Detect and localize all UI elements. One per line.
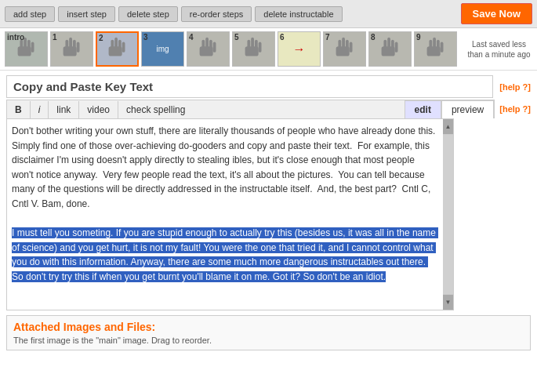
link-button[interactable]: link (49, 101, 79, 118)
hand-icon (376, 34, 405, 64)
video-button[interactable]: video (79, 101, 118, 118)
step-num-6: 6 (280, 33, 285, 42)
steps-row: intro 1 2 img (0, 28, 537, 71)
check-spelling-button[interactable]: check spelling (118, 101, 193, 118)
svg-rect-24 (245, 46, 258, 56)
svg-rect-14 (108, 46, 122, 56)
step-thumb-8[interactable]: 8 (368, 31, 412, 67)
hand-icon (239, 34, 269, 64)
step-thumb-6[interactable]: → 6 (278, 31, 321, 67)
title-help-link[interactable]: [help ?] (499, 82, 531, 92)
step-label-intro: intro (7, 33, 24, 42)
save-now-button[interactable]: Save Now (461, 3, 532, 24)
step-thumb-9[interactable]: 9 (414, 31, 457, 67)
step-thumb-7[interactable]: 7 (323, 31, 366, 67)
svg-rect-33 (394, 42, 397, 52)
attached-title: Attached Images and Files: (13, 321, 524, 333)
step-num-7: 7 (325, 33, 330, 42)
step-num-2: 2 (99, 34, 103, 42)
attached-section: Attached Images and Files: The first ima… (6, 315, 531, 350)
editor-highlighted-text: I must tell you someting. If you are stu… (12, 227, 438, 282)
editor-area-row: Don't bother writing your own stuff, the… (6, 118, 531, 310)
step-num-3: 3 (143, 33, 148, 42)
scrollbar[interactable]: ▲ ▼ (443, 118, 454, 310)
bold-button[interactable]: B (7, 101, 31, 118)
attached-subtitle: The first image is the "main" image. Dra… (13, 336, 524, 345)
scrollbar-down[interactable]: ▼ (443, 294, 453, 310)
svg-rect-9 (63, 46, 76, 56)
svg-rect-19 (199, 46, 212, 56)
svg-rect-39 (426, 46, 440, 56)
format-toolbar: B i link video check spelling edit previ… (6, 100, 495, 118)
hand-icon (421, 34, 451, 64)
format-toolbar-wrapper: B i link video check spelling edit previ… (6, 100, 531, 118)
tab-group: edit preview (405, 100, 495, 118)
add-step-button[interactable]: add step (5, 6, 55, 22)
title-section: [help ?] (6, 75, 531, 98)
svg-rect-13 (122, 42, 125, 52)
main-toolbar: add step insert step delete step re-orde… (0, 0, 537, 28)
svg-rect-18 (212, 42, 216, 52)
tab-edit-button[interactable]: edit (405, 100, 441, 118)
insert-step-button[interactable]: insert step (58, 6, 115, 22)
step-thumb-5[interactable]: 5 (232, 31, 275, 67)
step-num-1: 1 (53, 33, 57, 42)
step-num-4: 4 (189, 33, 194, 42)
tab-preview-button[interactable]: preview (441, 100, 494, 118)
svg-rect-34 (381, 46, 394, 56)
svg-rect-29 (336, 46, 349, 56)
save-status-text: Last saved less than a minute ago (466, 39, 532, 60)
step-thumb-1[interactable]: 1 (50, 31, 93, 67)
svg-rect-38 (440, 42, 443, 52)
svg-rect-28 (349, 42, 352, 52)
hand-icon (194, 34, 223, 64)
step-num-9: 9 (416, 33, 421, 42)
svg-rect-23 (258, 42, 261, 52)
editor-normal-text: Don't bother writing your own stuff, the… (12, 125, 441, 209)
step-thumb-3[interactable]: img 3 (141, 31, 184, 67)
step-num-8: 8 (371, 33, 376, 42)
reorder-steps-button[interactable]: re-order steps (181, 6, 252, 22)
delete-instructable-button[interactable]: delete instructable (255, 6, 342, 22)
title-input[interactable] (6, 75, 493, 98)
scrollbar-up[interactable]: ▲ (443, 119, 453, 135)
delete-step-button[interactable]: delete step (118, 6, 178, 22)
editor-help-link[interactable]: [help ?] (499, 104, 531, 114)
hand-icon (103, 34, 132, 64)
editor-content-area[interactable]: Don't bother writing your own stuff, the… (6, 118, 443, 310)
svg-rect-3 (31, 42, 34, 52)
svg-rect-4 (17, 46, 31, 56)
scrollbar-track (443, 135, 453, 294)
step-thumb-intro[interactable]: intro (5, 31, 48, 67)
svg-rect-8 (76, 42, 79, 52)
italic-button[interactable]: i (31, 101, 49, 118)
step-thumb-2[interactable]: 2 (96, 31, 139, 67)
editor-section: B i link video check spelling edit previ… (6, 100, 531, 310)
save-status-area: Last saved less than a minute ago (463, 39, 532, 60)
step-thumb-4[interactable]: 4 (187, 31, 230, 67)
hand-icon (330, 34, 360, 64)
hand-icon (57, 34, 87, 64)
step-num-5: 5 (234, 33, 239, 42)
